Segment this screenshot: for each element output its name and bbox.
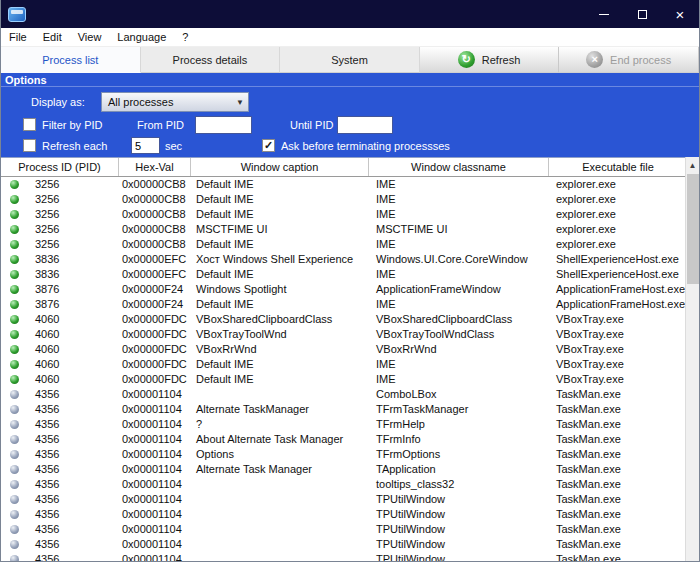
cell-pid: 4356 <box>27 387 119 402</box>
cell-executable-file: ApplicationFrameHost.exe <box>549 297 687 312</box>
cell-window-caption: Windows Spotlight <box>191 282 369 297</box>
menu-item-language[interactable]: Language <box>109 28 174 46</box>
vertical-scrollbar[interactable]: ▲ <box>685 157 699 561</box>
process-status-icon <box>10 345 19 354</box>
cell-executable-file: VBoxTray.exe <box>549 342 687 357</box>
cell-window-classname: VBoxRrWnd <box>369 342 549 357</box>
table-row[interactable]: 4356 0x00001104 Alternate TaskManager TF… <box>1 402 687 417</box>
table-row[interactable]: 3256 0x00000CB8 Default IME IME explorer… <box>1 207 687 222</box>
table-row[interactable]: 4356 0x00001104 TPUtilWindow TaskMan.exe <box>1 522 687 537</box>
process-status-icon <box>10 225 19 234</box>
cell-pid: 4060 <box>27 357 119 372</box>
process-status-icon <box>10 435 19 444</box>
from-pid-label: From PID <box>137 119 184 132</box>
cell-window-classname: TFrmInfo <box>369 432 549 447</box>
cell-window-caption: Хост Windows Shell Experience <box>191 252 369 267</box>
table-row[interactable]: 4356 0x00001104 Options TFrmOptions Task… <box>1 447 687 462</box>
refresh-button[interactable]: ↻ Refresh <box>420 47 560 73</box>
table-row[interactable]: 3836 0x00000EFC Хост Windows Shell Exper… <box>1 252 687 267</box>
table-row[interactable]: 3256 0x00000CB8 Default IME IME explorer… <box>1 237 687 252</box>
table-row[interactable]: 4060 0x00000FDC Default IME IME VBoxTray… <box>1 372 687 387</box>
table-row[interactable]: 4060 0x00000FDC VBoxRrWnd VBoxRrWnd VBox… <box>1 342 687 357</box>
until-pid-input[interactable] <box>337 116 393 134</box>
refresh-interval-input[interactable] <box>131 137 160 154</box>
cell-window-classname: TPUtilWindow <box>369 537 549 552</box>
cell-hex: 0x00000F24 <box>119 282 191 297</box>
tab-system[interactable]: System <box>280 47 420 73</box>
cell-hex: 0x00001104 <box>119 477 191 492</box>
table-row[interactable]: 3256 0x00000CB8 Default IME IME explorer… <box>1 177 687 192</box>
cell-executable-file: explorer.exe <box>549 177 687 192</box>
cell-executable-file: ApplicationFrameHost.exe <box>549 282 687 297</box>
end-process-button[interactable]: × End process <box>559 47 699 73</box>
table-row[interactable]: 4356 0x00001104 TPUtilWindow TaskMan.exe <box>1 552 687 561</box>
menu-item-help[interactable]: ? <box>174 28 196 46</box>
table-row[interactable]: 3836 0x00000EFC Default IME IME ShellExp… <box>1 267 687 282</box>
cell-executable-file: ShellExperienceHost.exe <box>549 267 687 282</box>
cell-window-classname: TPUtilWindow <box>369 522 549 537</box>
cell-hex: 0x00000F24 <box>119 297 191 312</box>
maximize-icon <box>638 10 647 19</box>
table-row[interactable]: 4356 0x00001104 TPUtilWindow TaskMan.exe <box>1 537 687 552</box>
table-row[interactable]: 4356 0x00001104 TPUtilWindow TaskMan.exe <box>1 507 687 522</box>
cell-pid: 4356 <box>27 552 119 561</box>
table-row[interactable]: 4060 0x00000FDC Default IME IME VBoxTray… <box>1 357 687 372</box>
cell-window-classname: TFrmTaskManager <box>369 402 549 417</box>
cell-window-classname: Windows.UI.Core.CoreWindow <box>369 252 549 267</box>
scrollbar-thumb[interactable] <box>687 174 699 284</box>
refresh-each-label: Refresh each <box>42 140 107 153</box>
tab-process-details[interactable]: Process details <box>141 47 281 73</box>
cell-executable-file: TaskMan.exe <box>549 447 687 462</box>
cell-window-classname: IME <box>369 192 549 207</box>
table-row[interactable]: 4060 0x00000FDC VBoxSharedClipboardClass… <box>1 312 687 327</box>
filter-by-pid-checkbox[interactable] <box>23 118 36 131</box>
cell-hex: 0x00001104 <box>119 552 191 561</box>
table-row[interactable]: 4356 0x00001104 Alternate Task Manager T… <box>1 462 687 477</box>
minimize-button[interactable] <box>585 0 623 28</box>
cell-window-caption: Alternate TaskManager <box>191 402 369 417</box>
end-process-icon: × <box>586 51 603 68</box>
table-row[interactable]: 4356 0x00001104 ComboLBox TaskMan.exe <box>1 387 687 402</box>
table-row[interactable]: 4356 0x00001104 ? TFrmHelp TaskMan.exe <box>1 417 687 432</box>
column-header-pid[interactable]: Process ID (PID) <box>1 158 119 176</box>
close-button[interactable]: × <box>661 0 699 28</box>
from-pid-input[interactable] <box>195 116 252 134</box>
table-row[interactable]: 3256 0x00000CB8 Default IME IME explorer… <box>1 192 687 207</box>
cell-pid: 4356 <box>27 417 119 432</box>
menu-item-file[interactable]: File <box>1 28 35 46</box>
column-header-caption[interactable]: Window caption <box>191 158 369 176</box>
cell-hex: 0x00001104 <box>119 432 191 447</box>
ask-before-terminating-label: Ask before terminating processses <box>281 140 450 153</box>
refresh-each-checkbox[interactable] <box>23 139 36 152</box>
cell-hex: 0x00001104 <box>119 522 191 537</box>
process-status-icon <box>10 330 19 339</box>
chevron-down-icon: ▼ <box>232 98 248 107</box>
scroll-up-button[interactable]: ▲ <box>686 157 699 173</box>
tab-process-list[interactable]: Process list <box>1 47 141 73</box>
maximize-button[interactable] <box>623 0 661 28</box>
table-row[interactable]: 4060 0x00000FDC VBoxTrayToolWnd VBoxTray… <box>1 327 687 342</box>
ask-before-terminating-checkbox[interactable]: ✓ <box>262 139 275 152</box>
cell-executable-file: VBoxTray.exe <box>549 357 687 372</box>
process-status-icon <box>10 375 19 384</box>
table-row[interactable]: 4356 0x00001104 tooltips_class32 TaskMan… <box>1 477 687 492</box>
cell-hex: 0x00001104 <box>119 507 191 522</box>
column-header-hex[interactable]: Hex-Val <box>119 158 191 176</box>
table-row[interactable]: 3876 0x00000F24 Default IME IME Applicat… <box>1 297 687 312</box>
display-as-dropdown[interactable]: All processes ▼ <box>101 92 249 112</box>
menu-item-view[interactable]: View <box>70 28 110 46</box>
cell-pid: 3256 <box>27 237 119 252</box>
table-row[interactable]: 4356 0x00001104 TPUtilWindow TaskMan.exe <box>1 492 687 507</box>
table-row[interactable]: 3256 0x00000CB8 MSCTFIME UI MSCTFIME UI … <box>1 222 687 237</box>
sec-label: sec <box>165 140 182 153</box>
process-status-icon <box>10 240 19 249</box>
menu-item-edit[interactable]: Edit <box>35 28 70 46</box>
column-header-exe[interactable]: Executable file <box>549 158 687 176</box>
column-header-classname[interactable]: Window classname <box>369 158 549 176</box>
cell-pid: 4060 <box>27 312 119 327</box>
cell-hex: 0x00000FDC <box>119 327 191 342</box>
table-row[interactable]: 4356 0x00001104 About Alternate Task Man… <box>1 432 687 447</box>
cell-window-classname: IME <box>369 297 549 312</box>
process-status-icon <box>10 390 19 399</box>
table-row[interactable]: 3876 0x00000F24 Windows Spotlight Applic… <box>1 282 687 297</box>
